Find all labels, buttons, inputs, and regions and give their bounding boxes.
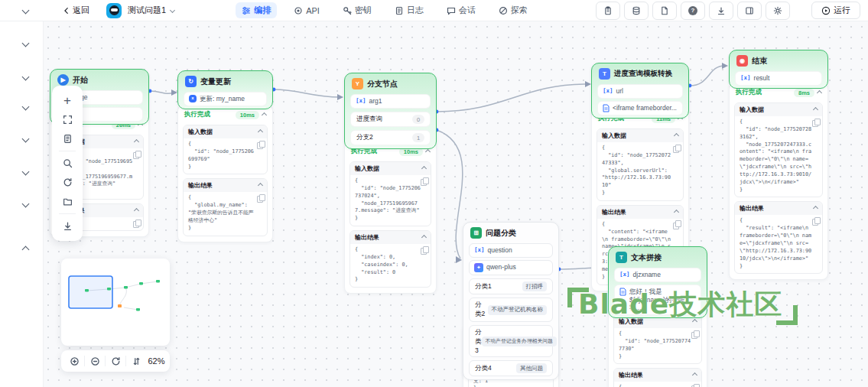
reset-view-button[interactable] [106, 353, 125, 369]
file-button[interactable] [652, 2, 677, 20]
panel-chevron-icon[interactable] [22, 40, 30, 47]
tab-api[interactable]: API [288, 4, 326, 18]
classify-row[interactable]: 分类4 其他问题 [469, 360, 553, 376]
copy-icon[interactable] [133, 221, 139, 228]
collapse-chevron-icon[interactable] [813, 206, 818, 211]
node-branch[interactable]: Y 分支节点 [x] arg1 进度查询 0 分支2 1 [344, 73, 437, 149]
class-tag: 不动产登记业务办理相关问题 [482, 337, 557, 346]
collapse-chevron-icon[interactable] [813, 107, 818, 112]
collapse-chevron-icon[interactable] [262, 112, 267, 117]
classify-model-field[interactable]: ✦ qwen-plus [469, 260, 553, 275]
template-url-field[interactable]: [x] url [597, 84, 683, 99]
classify-row[interactable]: 分类1 打招呼 [469, 278, 553, 294]
document-icon [603, 104, 610, 112]
auto-layout-button[interactable] [126, 353, 146, 369]
concat-var-field[interactable]: [x] djzxname [614, 268, 701, 282]
collapse-chevron-icon[interactable] [134, 208, 139, 213]
collapse-chevron-icon[interactable] [425, 148, 431, 154]
download-button[interactable] [709, 2, 733, 20]
title-dropdown-icon[interactable] [170, 8, 175, 13]
branch-arg-field[interactable]: [x] arg1 [350, 94, 431, 109]
concat-icon: T [616, 252, 627, 263]
copy-icon[interactable] [257, 142, 263, 149]
copy-icon[interactable] [673, 146, 679, 153]
copy-icon[interactable] [257, 196, 263, 203]
copy-icon[interactable] [421, 179, 427, 186]
notes-button[interactable] [57, 129, 77, 148]
class-tag: 不动产登记机构名称 [488, 305, 548, 315]
panel-chevron-icon[interactable] [22, 135, 30, 143]
collapse-chevron-icon[interactable] [421, 166, 427, 171]
tab-orchestrate[interactable]: 编排 [236, 2, 277, 18]
classify-question-field[interactable]: [x] question [469, 243, 553, 258]
collapse-topbar-chevron-icon[interactable] [22, 7, 30, 15]
tab-logs[interactable]: 日志 [388, 2, 430, 18]
download-icon [717, 6, 726, 15]
class-label: 分类4 [475, 364, 492, 373]
panel-chevron-icon[interactable] [22, 200, 30, 208]
template-content-field[interactable]: <iframe frameborder... [597, 101, 683, 115]
variable-icon: [x] [603, 87, 613, 94]
branch-case-row[interactable]: 分支2 1 [350, 130, 431, 145]
collapse-chevron-icon[interactable] [692, 372, 697, 378]
copy-icon[interactable] [421, 248, 427, 255]
panel-chevron-icon[interactable] [22, 73, 30, 81]
copy-icon[interactable] [673, 223, 679, 229]
panel-chevron-icon[interactable] [22, 103, 30, 111]
node-end[interactable]: ◉ 结束 [x] result [729, 50, 828, 89]
end-result-field[interactable]: [x] result [735, 71, 822, 86]
variable-icon: x [189, 95, 197, 102]
field-label: <iframe frameborder... [613, 104, 677, 112]
branch-case-row[interactable]: 进度查询 0 [350, 112, 431, 127]
end-exec-panel: 执行完成 8ms 输入数据 { "id": "node_177520728316… [729, 83, 828, 280]
panel-chevron-up-icon[interactable] [22, 246, 30, 254]
sliders-icon [242, 6, 251, 15]
zoom-out-button[interactable] [85, 353, 105, 369]
copy-icon[interactable] [691, 332, 697, 339]
settings-button[interactable] [766, 2, 790, 20]
clipboard-button[interactable] [596, 2, 620, 20]
add-node-button[interactable]: + [57, 91, 77, 110]
class-label: 分类2 [475, 301, 488, 319]
panel-toggle-button[interactable] [737, 2, 762, 20]
minimap-viewport[interactable] [69, 276, 112, 308]
refresh-button[interactable] [57, 173, 77, 192]
copy-icon[interactable] [812, 219, 818, 226]
node-var-update[interactable]: ↻ 变量更新 x 更新: my_name [177, 70, 273, 109]
panel-chevron-icon[interactable] [22, 168, 30, 176]
tab-keys[interactable]: 密钥 [336, 2, 378, 18]
collapse-chevron-icon[interactable] [692, 319, 697, 324]
database-button[interactable] [624, 2, 649, 20]
copy-icon[interactable] [812, 120, 818, 127]
search-button[interactable] [57, 154, 77, 173]
node-concat[interactable]: T 文本拼接 [x] djzxname 您好！我是${djzxname}的智能客… [608, 246, 707, 318]
zoom-percentage[interactable]: 62% [146, 356, 167, 366]
back-button[interactable]: 返回 [63, 5, 89, 16]
copy-icon[interactable] [133, 152, 139, 159]
minimap-content [61, 259, 170, 346]
node-classify[interactable]: ⊞ 问题分类 [x] question ✦ qwen-plus 分类1 打招呼 … [463, 222, 559, 380]
collapse-chevron-icon[interactable] [421, 235, 427, 240]
help-button[interactable]: ? [681, 2, 705, 20]
classify-row[interactable]: 分类3 不动产登记业务办理相关问题 [469, 325, 553, 357]
collapse-chevron-icon[interactable] [134, 139, 139, 145]
node-template[interactable]: T 进度查询模板转换 [x] url <iframe frameborder..… [591, 63, 689, 119]
collapse-chevron-icon[interactable] [258, 129, 263, 135]
concat-text-field[interactable]: 您好！我是${djzxname}的智能客... [614, 285, 701, 315]
collapse-chevron-icon[interactable] [674, 133, 679, 138]
folder-button[interactable] [57, 192, 77, 211]
classify-row[interactable]: 分类2 不动产登记机构名称 [469, 298, 553, 322]
var-update-field[interactable]: x 更新: my_name [184, 92, 267, 106]
collapse-chevron-icon[interactable] [817, 89, 822, 95]
input-json: { "id": "node_1775207247333", "global.se… [597, 142, 683, 200]
fit-view-button[interactable] [57, 110, 77, 129]
collapse-chevron-icon[interactable] [258, 183, 263, 188]
tab-sessions[interactable]: 会话 [441, 2, 482, 18]
minimap[interactable] [61, 259, 170, 346]
run-button[interactable]: 运行 [811, 2, 860, 19]
field-label: url [616, 87, 623, 96]
collapse-chevron-icon[interactable] [674, 210, 679, 215]
tab-explore[interactable]: 探索 [493, 2, 534, 18]
zoom-in-button[interactable] [64, 353, 84, 369]
export-button[interactable] [57, 216, 77, 236]
